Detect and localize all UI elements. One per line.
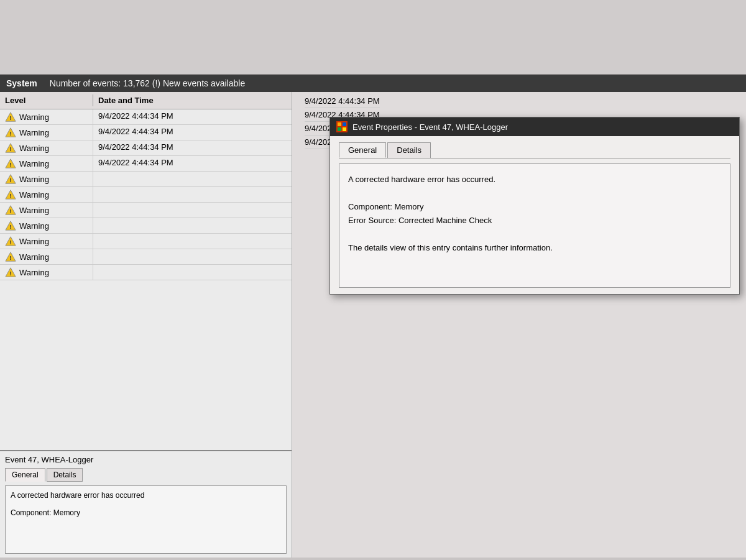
warning-icon: ! <box>5 204 16 216</box>
table-row[interactable]: ! Warning <box>0 203 292 218</box>
svg-text:!: ! <box>9 223 11 230</box>
top-bar <box>0 0 746 75</box>
svg-text:!: ! <box>9 145 11 152</box>
svg-text:!: ! <box>9 239 11 246</box>
warning-icon: ! <box>5 111 16 122</box>
event-time-cell <box>93 265 292 280</box>
col-level-header: Level <box>0 94 93 106</box>
event-time-cell: 9/4/2022 4:44:34 PM <box>93 125 292 140</box>
table-row[interactable]: ! Warning <box>0 249 292 265</box>
dialog-content-line1: A corrected hardware error has occurred. <box>348 173 721 186</box>
svg-rect-25 <box>338 127 341 131</box>
warning-icon: ! <box>5 142 16 154</box>
dialog-content-box: A corrected hardware error has occurred.… <box>339 163 730 288</box>
event-time-cell: 9/4/2022 4:44:34 PM <box>93 140 292 155</box>
table-row[interactable]: ! Warning <box>0 265 292 280</box>
warning-icon: ! <box>5 267 16 278</box>
table-row[interactable]: ! Warning <box>0 172 292 187</box>
bottom-tabs: General Details <box>5 468 287 482</box>
event-time-cell <box>93 172 292 186</box>
system-name: System <box>6 78 37 88</box>
event-level-cell: ! Warning <box>0 156 93 171</box>
warning-icon: ! <box>5 158 16 169</box>
svg-rect-26 <box>343 127 346 131</box>
bottom-content-line2: Component: Memory <box>11 508 281 517</box>
event-time-cell <box>93 187 292 202</box>
table-row[interactable]: ! Warning <box>0 234 292 249</box>
svg-text:!: ! <box>9 270 11 277</box>
event-level-cell: ! Warning <box>0 187 93 202</box>
dialog-content-line3: Error Source: Corrected Machine Check <box>348 214 721 227</box>
svg-text:!: ! <box>9 208 11 214</box>
table-row[interactable]: ! Warning <box>0 187 292 203</box>
bottom-panel: Event 47, WHEA-Logger General Details A … <box>0 450 292 558</box>
event-level-cell: ! Warning <box>0 140 93 155</box>
event-level-cell: ! Warning <box>0 265 93 280</box>
svg-text:!: ! <box>9 114 11 121</box>
bottom-content-line1: A corrected hardware error has occurred <box>11 491 281 500</box>
datetime-entry: 9/4/2022 4:44:34 PM <box>305 94 380 108</box>
main-content: Level Date and Time ! Warning 9/4/2022 4… <box>0 92 746 558</box>
event-level-cell: ! Warning <box>0 218 93 233</box>
event-time-cell: 9/4/2022 4:44:34 PM <box>93 156 292 171</box>
svg-rect-23 <box>338 122 341 126</box>
tab-general-bottom[interactable]: General <box>5 468 45 482</box>
event-level-cell: ! Warning <box>0 234 93 249</box>
table-row[interactable]: ! Warning 9/4/2022 4:44:34 PM <box>0 140 292 156</box>
event-time-cell <box>93 218 292 233</box>
event-rows: ! Warning 9/4/2022 4:44:34 PM ! Warning … <box>0 109 292 450</box>
dialog-tab-details[interactable]: Details <box>387 142 431 158</box>
bottom-panel-title: Event 47, WHEA-Logger <box>5 455 287 464</box>
table-row[interactable]: ! Warning 9/4/2022 4:44:34 PM <box>0 109 292 125</box>
dialog-title: Event Properties - Event 47, WHEA-Logger <box>352 122 508 132</box>
table-row[interactable]: ! Warning 9/4/2022 4:44:34 PM <box>0 125 292 140</box>
dialog-content-line2: Component: Memory <box>348 200 721 214</box>
warning-icon: ! <box>5 251 16 262</box>
column-header: Level Date and Time <box>0 92 292 109</box>
svg-text:!: ! <box>9 130 11 137</box>
dialog-content-line4: The details view of this entry contains … <box>348 241 721 255</box>
event-properties-dialog: Event Properties - Event 47, WHEA-Logger… <box>329 117 740 295</box>
system-header: System Number of events: 13,762 (!) New … <box>0 75 746 92</box>
svg-text:!: ! <box>9 254 11 261</box>
warning-icon: ! <box>5 220 16 231</box>
col-datetime-header: Date and Time <box>93 94 292 106</box>
table-row[interactable]: ! Warning <box>0 218 292 234</box>
svg-rect-24 <box>343 122 346 126</box>
event-level-cell: ! Warning <box>0 249 93 264</box>
event-level-cell: ! Warning <box>0 125 93 140</box>
right-panel: 9/4/2022 4:44:34 PM 9/4/2022 4:44:34 PM … <box>292 92 746 558</box>
svg-text:!: ! <box>9 177 11 183</box>
event-level-cell: ! Warning <box>0 172 93 186</box>
table-row[interactable]: ! Warning 9/4/2022 4:44:34 PM <box>0 156 292 172</box>
warning-icon: ! <box>5 236 16 247</box>
event-time-cell <box>93 203 292 218</box>
svg-text:!: ! <box>9 192 11 199</box>
svg-text:!: ! <box>9 161 11 168</box>
event-list-panel: Level Date and Time ! Warning 9/4/2022 4… <box>0 92 292 558</box>
tab-details-bottom[interactable]: Details <box>47 468 83 482</box>
event-count-text: Number of events: 13,762 (!) New events … <box>50 78 245 88</box>
dialog-tab-general[interactable]: General <box>339 142 386 158</box>
event-time-cell: 9/4/2022 4:44:34 PM <box>93 109 292 124</box>
event-level-cell: ! Warning <box>0 203 93 218</box>
warning-icon: ! <box>5 127 16 138</box>
dialog-body: General Details A corrected hardware err… <box>330 136 739 294</box>
dialog-tabs: General Details <box>339 142 730 158</box>
warning-icon: ! <box>5 173 16 185</box>
event-level-cell: ! Warning <box>0 109 93 124</box>
event-time-cell <box>93 249 292 264</box>
dialog-titlebar: Event Properties - Event 47, WHEA-Logger <box>330 117 739 136</box>
dialog-app-icon <box>336 121 348 132</box>
bottom-content-box: A corrected hardware error has occurred … <box>5 485 287 554</box>
warning-icon: ! <box>5 189 16 200</box>
event-time-cell <box>93 234 292 249</box>
